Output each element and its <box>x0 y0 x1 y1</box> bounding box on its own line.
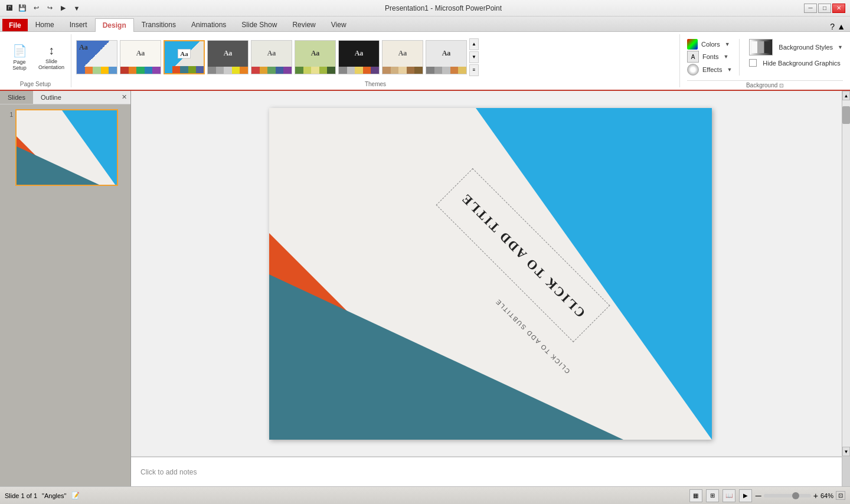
fonts-label: Fonts <box>702 53 719 60</box>
tab-outline[interactable]: Outline <box>33 91 69 104</box>
tab-design[interactable]: Design <box>95 18 134 32</box>
page-setup-button[interactable]: 📄 PageSetup <box>5 37 34 78</box>
customize-quick-access-button[interactable]: ▼ <box>71 2 83 14</box>
theme-4[interactable]: Aa <box>207 40 249 74</box>
themes-scroll-down[interactable]: ▼ <box>469 51 479 63</box>
colors-option[interactable]: Colors ▼ <box>687 39 732 50</box>
panel-tabs: Slides Outline ✕ <box>0 91 130 104</box>
slide-orientation-label: SlideOrientation <box>38 58 64 70</box>
tab-view[interactable]: View <box>323 18 354 31</box>
hide-background-label: Hide Background Graphics <box>763 60 840 67</box>
hide-background-graphics-option[interactable]: Hide Background Graphics <box>749 59 843 67</box>
help-button[interactable]: ? <box>830 22 835 31</box>
app-icon: 🅿 <box>5 4 14 13</box>
theme-label: Aa <box>77 41 117 67</box>
reading-view-button[interactable]: 📖 <box>722 489 735 502</box>
notes-scrollbar[interactable] <box>842 457 850 486</box>
ribbon-content: 📄 PageSetup ↕ SlideOrientation Page Setu… <box>0 32 850 91</box>
start-presentation-button[interactable]: ▶ <box>57 2 69 14</box>
scroll-down-button[interactable]: ▼ <box>842 447 850 456</box>
quick-access-toolbar: 💾 ↩ ↪ ▶ ▼ <box>17 2 83 14</box>
hide-bg-checkbox[interactable] <box>749 59 757 67</box>
panel-close-button[interactable]: ✕ <box>118 91 130 104</box>
fonts-dropdown-icon: ▼ <box>724 54 729 60</box>
slide-canvas[interactable]: CLICK TO ADD TITLE CLICK TO ADD SUBTITLE <box>269 108 712 440</box>
tab-transitions[interactable]: Transitions <box>134 18 184 31</box>
spell-check-icon[interactable]: 📝 <box>71 492 80 499</box>
slide-area-wrap: CLICK TO ADD TITLE CLICK TO ADD SUBTITLE… <box>131 91 850 486</box>
effects-option[interactable]: Effects ▼ <box>687 64 732 76</box>
slide-number: 1 <box>5 112 13 118</box>
maximize-button[interactable]: □ <box>818 4 831 13</box>
notes-input[interactable]: Click to add notes <box>131 457 842 486</box>
title-bar: 🅿 💾 ↩ ↪ ▶ ▼ Presentation1 - Microsoft Po… <box>0 0 850 17</box>
redo-button[interactable]: ↪ <box>44 2 55 14</box>
theme-9[interactable]: Aa <box>426 40 467 74</box>
zoom-out-button[interactable]: ─ <box>756 491 761 500</box>
theme-6[interactable]: Aa <box>295 40 336 74</box>
theme-office[interactable]: Aa <box>76 40 117 74</box>
tab-home[interactable]: Home <box>28 18 62 31</box>
save-button[interactable]: 💾 <box>17 2 28 14</box>
notes-panel: Click to add notes <box>131 456 850 486</box>
background-group: Colors ▼ A Fonts ▼ Effects ▼ <box>680 34 850 87</box>
scroll-up-button[interactable]: ▲ <box>842 91 850 100</box>
tab-insert[interactable]: Insert <box>62 18 95 31</box>
page-setup-group: 📄 PageSetup ↕ SlideOrientation Page Setu… <box>0 34 71 87</box>
zoom-slider[interactable] <box>764 494 811 498</box>
themes-scroll-up[interactable]: ▲ <box>469 38 479 50</box>
undo-button[interactable]: ↩ <box>30 2 42 14</box>
background-styles-option[interactable]: Background Styles ▼ <box>749 39 843 55</box>
status-bar: Slide 1 of 1 "Angles" 📝 ▦ ⊞ 📖 ▶ ─ + 64% … <box>0 486 850 504</box>
status-left: Slide 1 of 1 "Angles" 📝 <box>5 492 80 499</box>
slide-thumbnail[interactable] <box>15 109 118 186</box>
tab-slide-show[interactable]: Slide Show <box>234 18 285 31</box>
fonts-option[interactable]: A Fonts ▼ <box>687 51 732 63</box>
normal-view-button[interactable]: ▦ <box>689 489 702 502</box>
window-controls: ─ □ ✕ <box>804 4 845 13</box>
close-button[interactable]: ✕ <box>832 4 845 13</box>
slide-orientation-button[interactable]: ↕ SlideOrientation <box>37 37 66 78</box>
right-scrollbar[interactable]: ▲ ▼ <box>842 91 850 456</box>
zoom-in-button[interactable]: + <box>813 491 818 500</box>
scroll-handle[interactable] <box>842 106 850 124</box>
theme-5[interactable]: Aa <box>251 40 292 74</box>
effects-label: Effects <box>702 66 722 73</box>
page-setup-label: PageSetup <box>12 59 27 71</box>
zoom-thumb[interactable] <box>792 492 799 499</box>
slide-info: Slide 1 of 1 <box>5 492 37 499</box>
page-setup-icon: 📄 <box>12 44 27 58</box>
background-group-label: Background ⊡ <box>687 80 843 89</box>
zoom-level: 64% <box>820 492 833 499</box>
title-box[interactable]: CLICK TO ADD TITLE <box>436 168 610 342</box>
tab-review[interactable]: Review <box>285 18 323 31</box>
background-dialog-button[interactable]: ⊡ <box>779 83 784 89</box>
fonts-icon: A <box>687 51 699 63</box>
themes-scroll: ▲ ▼ ≡ <box>469 38 479 76</box>
window-title: Presentation1 - Microsoft PowerPoint <box>83 4 804 12</box>
status-right: ▦ ⊞ 📖 ▶ ─ + 64% ⊡ <box>689 489 845 502</box>
tab-animations[interactable]: Animations <box>184 18 234 31</box>
theme-2[interactable]: Aa <box>120 40 161 74</box>
zoom-control: ─ + 64% ⊡ <box>756 491 845 500</box>
page-setup-group-label: Page Setup <box>20 80 51 87</box>
tab-file[interactable]: File <box>2 19 28 31</box>
themes-scroll-more[interactable]: ≡ <box>469 64 479 76</box>
slide-orientation-icon: ↕ <box>48 44 54 57</box>
minimize-button[interactable]: ─ <box>804 4 817 13</box>
slide-area-main: CLICK TO ADD TITLE CLICK TO ADD SUBTITLE… <box>131 91 850 456</box>
slide-show-button[interactable]: ▶ <box>739 489 752 502</box>
slide-sorter-button[interactable]: ⊞ <box>706 489 719 502</box>
theme-7[interactable]: Aa <box>338 40 380 74</box>
themes-group: Aa Aa <box>71 34 680 87</box>
main-area: Slides Outline ✕ 1 <box>0 91 850 486</box>
theme-8[interactable]: Aa <box>382 40 423 74</box>
slide-title-text[interactable]: CLICK TO ADD TITLE <box>457 190 588 320</box>
theme-angles[interactable]: Aa <box>164 40 205 74</box>
slide-text-area[interactable]: CLICK TO ADD TITLE <box>423 185 623 326</box>
fit-slide-button[interactable]: ⊡ <box>836 491 845 500</box>
tab-slides[interactable]: Slides <box>0 91 33 104</box>
effects-dropdown-icon: ▼ <box>727 67 732 73</box>
slides-panel: Slides Outline ✕ 1 <box>0 91 131 486</box>
ribbon-minimize-button[interactable]: ▲ <box>837 22 845 31</box>
